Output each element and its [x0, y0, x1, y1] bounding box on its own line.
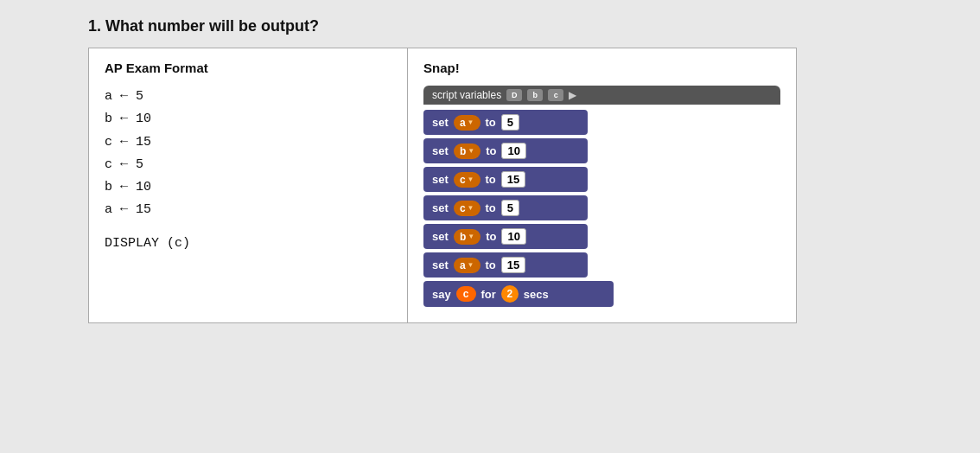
- snap-icon-c: c: [548, 89, 563, 101]
- set-keyword-4: set: [432, 201, 449, 214]
- var-b-2[interactable]: b ▼: [454, 229, 480, 245]
- to-5: to: [486, 230, 496, 243]
- say-var-c[interactable]: c: [456, 286, 476, 302]
- set-keyword-6: set: [432, 258, 449, 271]
- secs-label: secs: [524, 288, 549, 301]
- val-5-1: 5: [501, 114, 519, 131]
- snap-block-5: set b ▼ to 10: [423, 224, 588, 249]
- to-3: to: [486, 173, 496, 186]
- snap-column: Snap! script variables D b c ▶ set a ▼: [408, 48, 796, 322]
- snap-block-say: say c for 2 secs: [423, 281, 614, 307]
- val-10-2: 10: [501, 228, 525, 245]
- display-line: DISPLAY (c): [105, 236, 391, 251]
- ap-line-2: b ← 10: [105, 108, 391, 131]
- snap-blocks-container: script variables D b c ▶ set a ▼ to 5: [423, 86, 780, 307]
- main-table: AP Exam Format a ← 5 b ← 10 c ← 15 c ← 5…: [88, 48, 797, 323]
- snap-block-2: set b ▼ to 10: [423, 138, 588, 163]
- val-15-1: 15: [501, 171, 525, 188]
- val-5-2: 5: [501, 200, 519, 216]
- to-2: to: [486, 144, 496, 157]
- var-a-2[interactable]: a ▼: [454, 258, 480, 273]
- question-title: 1. What number will be output?: [88, 17, 944, 35]
- ap-column: AP Exam Format a ← 5 b ← 10 c ← 15 c ← 5…: [89, 48, 408, 322]
- var-b-1[interactable]: b ▼: [454, 144, 480, 159]
- ap-line-1: a ← 5: [105, 86, 391, 108]
- var-c-1[interactable]: c ▼: [454, 172, 480, 188]
- snap-block-1: set a ▼ to 5: [423, 110, 588, 135]
- ap-line-5: b ← 10: [105, 176, 391, 199]
- set-keyword-2: set: [432, 144, 449, 157]
- var-a-1[interactable]: a ▼: [454, 115, 480, 131]
- snap-header: Snap!: [423, 61, 780, 75]
- to-1: to: [486, 116, 496, 129]
- ap-header: AP Exam Format: [105, 61, 391, 75]
- ap-line-4: c ← 5: [105, 154, 391, 176]
- script-variables-label: script variables: [432, 89, 501, 101]
- to-6: to: [486, 258, 496, 271]
- val-10-1: 10: [501, 143, 525, 159]
- snap-block-6: set a ▼ to 15: [423, 252, 588, 278]
- snap-block-3: set c ▼ to 15: [423, 167, 588, 192]
- to-4: to: [486, 201, 496, 214]
- set-keyword-1: set: [432, 116, 449, 129]
- snap-arrow-icon: ▶: [569, 89, 576, 101]
- set-keyword-5: set: [432, 230, 449, 243]
- var-c-2[interactable]: c ▼: [454, 201, 480, 216]
- val-15-2: 15: [501, 257, 525, 273]
- say-num: 2: [501, 285, 519, 303]
- say-keyword: say: [432, 288, 451, 301]
- ap-line-3: c ← 15: [105, 131, 391, 154]
- script-variables-header: script variables D b c ▶: [423, 86, 780, 105]
- set-keyword-3: set: [432, 173, 449, 186]
- snap-icon-d: D: [506, 89, 522, 101]
- for-text: for: [481, 288, 496, 301]
- ap-line-6: a ← 15: [105, 199, 391, 221]
- snap-block-4: set c ▼ to 5: [423, 195, 588, 220]
- snap-icon-b: b: [527, 89, 543, 101]
